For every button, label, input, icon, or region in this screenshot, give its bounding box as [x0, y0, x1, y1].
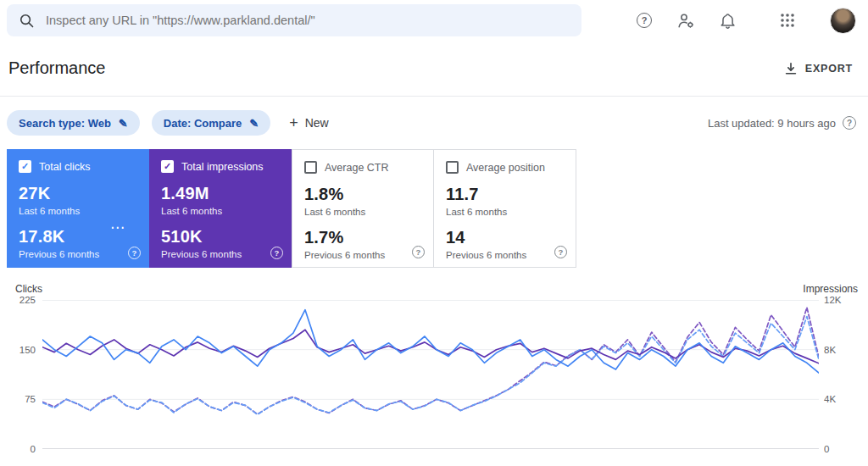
- checkbox-unchecked-icon[interactable]: [446, 161, 459, 174]
- left-axis-tick: 150: [3, 345, 36, 355]
- card-help-icon[interactable]: ?: [128, 247, 141, 259]
- search-type-filter-chip[interactable]: Search type: Web ✎: [7, 110, 140, 136]
- search-type-filter-label: Search type: Web: [19, 117, 111, 130]
- date-filter-chip[interactable]: Date: Compare ✎: [152, 110, 270, 136]
- left-axis-tick: 225: [3, 295, 36, 305]
- card-label: Total impressions: [181, 161, 264, 173]
- left-axis-tick: 0: [3, 444, 36, 454]
- page-header: Performance EXPORT: [0, 41, 868, 97]
- card-value-current: 27K: [19, 184, 137, 203]
- card-period-current: Last 6 months: [304, 207, 421, 217]
- edit-pencil-icon: ✎: [249, 117, 259, 130]
- notifications-bell-icon[interactable]: [718, 11, 737, 30]
- card-period-previous: Previous 6 months: [304, 250, 421, 260]
- checkbox-checked-icon[interactable]: ✓: [161, 160, 174, 173]
- card-label: Average position: [466, 162, 545, 174]
- card-header: Average position: [446, 161, 564, 174]
- left-axis-tick: 75: [3, 394, 36, 404]
- topbar: ?: [0, 0, 868, 41]
- card-help-icon[interactable]: ?: [554, 246, 567, 258]
- card-value-current: 1.49M: [161, 184, 280, 203]
- card-period-current: Last 6 months: [19, 206, 137, 216]
- total-clicks-card[interactable]: ✓ Total clicks 27K Last 6 months 17.8K P…: [7, 149, 149, 268]
- card-label: Total clicks: [39, 161, 90, 173]
- chart-canvas: [42, 300, 819, 449]
- new-filter-button[interactable]: + New: [289, 115, 329, 130]
- card-header: ✓ Total impressions: [161, 160, 280, 173]
- page-title: Performance: [8, 58, 106, 78]
- card-period-current: Last 6 months: [161, 206, 280, 216]
- topbar-actions: ?: [635, 8, 856, 34]
- card-header: ✓ Total clicks: [19, 160, 137, 173]
- avatar[interactable]: [830, 8, 856, 34]
- right-axis-tick: 8K: [824, 345, 861, 355]
- chart-axis-titles: Clicks Impressions: [0, 283, 868, 295]
- card-value-previous: 14: [446, 228, 564, 247]
- plus-icon: +: [289, 115, 298, 130]
- new-filter-label: New: [305, 116, 329, 130]
- date-filter-label: Date: Compare: [164, 117, 242, 130]
- card-period-previous: Previous 6 months: [19, 249, 137, 259]
- url-inspect-input[interactable]: [46, 14, 570, 27]
- person-gear-glyph: [676, 11, 695, 30]
- right-axis-title: Impressions: [803, 283, 858, 295]
- average-position-card[interactable]: Average position 11.7 Last 6 months 14 P…: [434, 149, 576, 268]
- right-axis-tick: 12K: [824, 295, 861, 305]
- help-question-glyph: ?: [637, 13, 652, 28]
- card-value-previous: 1.7%: [304, 228, 421, 247]
- right-axis-tick: 4K: [824, 394, 861, 404]
- download-icon: [783, 61, 798, 76]
- apps-grid-icon[interactable]: [778, 11, 797, 30]
- card-period-previous: Previous 6 months: [446, 250, 564, 260]
- card-period-previous: Previous 6 months: [161, 249, 280, 259]
- last-updated-text: Last updated: 9 hours ago: [708, 117, 836, 130]
- search-console-app: ?: [0, 0, 868, 449]
- card-value-current: 1.8%: [304, 185, 421, 204]
- left-axis-title: Clicks: [15, 283, 42, 295]
- export-button[interactable]: EXPORT: [783, 61, 853, 76]
- metric-cards: ✓ Total clicks 27K Last 6 months 17.8K P…: [7, 149, 868, 268]
- bell-glyph: [719, 12, 737, 30]
- checkbox-unchecked-icon[interactable]: [304, 161, 317, 174]
- card-header: Average CTR: [304, 161, 421, 174]
- more-options-icon[interactable]: ⋯: [110, 219, 125, 236]
- card-help-icon[interactable]: ?: [270, 247, 283, 259]
- help-icon[interactable]: ?: [635, 11, 654, 30]
- performance-chart: 225 150 75 0 12K 8K 4K 0: [42, 300, 819, 449]
- edit-pencil-icon: ✎: [119, 117, 128, 130]
- url-inspect-searchbox[interactable]: [7, 4, 581, 36]
- card-value-previous: 510K: [161, 227, 280, 247]
- manage-users-icon[interactable]: [676, 11, 695, 30]
- search-icon: [19, 13, 35, 29]
- total-impressions-card[interactable]: ✓ Total impressions 1.49M Last 6 months …: [149, 149, 292, 268]
- last-updated: Last updated: 9 hours ago ?: [708, 116, 856, 130]
- apps-grid-glyph: [780, 13, 795, 28]
- card-help-icon[interactable]: ?: [412, 246, 425, 258]
- filter-bar: Search type: Web ✎ Date: Compare ✎ + New…: [0, 97, 868, 149]
- checkbox-checked-icon[interactable]: ✓: [19, 160, 31, 173]
- card-period-current: Last 6 months: [446, 207, 564, 217]
- right-axis-tick: 0: [824, 444, 861, 454]
- export-label: EXPORT: [805, 63, 853, 75]
- average-ctr-card[interactable]: Average CTR 1.8% Last 6 months 1.7% Prev…: [292, 149, 434, 268]
- last-updated-help-icon[interactable]: ?: [843, 116, 856, 130]
- card-value-current: 11.7: [446, 185, 564, 204]
- card-label: Average CTR: [325, 162, 389, 174]
